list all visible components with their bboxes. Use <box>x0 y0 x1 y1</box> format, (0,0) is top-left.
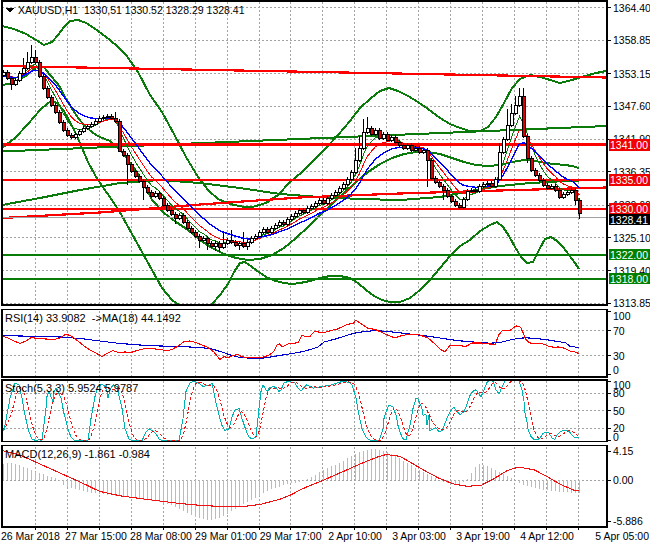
svg-text:4.15: 4.15 <box>613 445 634 457</box>
svg-text:1328.41: 1328.41 <box>610 214 648 226</box>
svg-text:3 Apr 19:00: 3 Apr 19:00 <box>456 530 510 542</box>
svg-text:100: 100 <box>613 310 631 322</box>
svg-text:Stoch(5,3,3) 5.9524 5.9787: Stoch(5,3,3) 5.9524 5.9787 <box>5 382 138 394</box>
svg-text:1322.00: 1322.00 <box>610 249 648 261</box>
svg-text:0: 0 <box>613 364 619 376</box>
svg-text:0: 0 <box>613 431 619 443</box>
svg-text:70: 70 <box>613 325 625 337</box>
svg-text:1335.00: 1335.00 <box>610 174 648 186</box>
svg-text:1353.15: 1353.15 <box>613 68 650 80</box>
svg-text:50: 50 <box>613 405 625 417</box>
svg-text:1318.00: 1318.00 <box>610 273 648 285</box>
svg-text:RSI(14) 33.9082 ->MA(18) 44.1: RSI(14) 33.9082 ->MA(18) 44.1492 <box>5 312 181 324</box>
svg-text:1347.60: 1347.60 <box>613 100 650 112</box>
svg-text:MACD(12,26,9) -1.861 -0.984: MACD(12,26,9) -1.861 -0.984 <box>5 448 150 460</box>
svg-text:29 Mar 01:00: 29 Mar 01:00 <box>195 530 257 542</box>
svg-text:3 Apr 03:00: 3 Apr 03:00 <box>392 530 446 542</box>
svg-text:30: 30 <box>613 350 625 362</box>
svg-text:0.00: 0.00 <box>613 474 634 486</box>
svg-text:XAUUSD,H1 1330,51 1330.52 132: XAUUSD,H1 1330,51 1330.52 1328.29 1328.4… <box>18 4 245 16</box>
svg-text:5 Apr 05:00: 5 Apr 05:00 <box>595 530 649 542</box>
svg-text:26 Mar 2018: 26 Mar 2018 <box>1 530 60 542</box>
svg-text:-5.886: -5.886 <box>613 515 643 527</box>
svg-text:1358.85: 1358.85 <box>613 34 650 46</box>
svg-text:1341.00: 1341.00 <box>610 139 648 151</box>
svg-text:1325.10: 1325.10 <box>613 232 650 244</box>
svg-text:4 Apr 12:00: 4 Apr 12:00 <box>520 530 574 542</box>
svg-text:1313.85: 1313.85 <box>613 297 650 309</box>
svg-text:29 Mar 17:00: 29 Mar 17:00 <box>260 530 322 542</box>
svg-text:80: 80 <box>613 387 625 399</box>
svg-text:28 Mar 08:00: 28 Mar 08:00 <box>130 530 192 542</box>
svg-text:27 Mar 15:00: 27 Mar 15:00 <box>65 530 127 542</box>
svg-text:1364.40: 1364.40 <box>613 2 650 14</box>
svg-text:2 Apr 10:00: 2 Apr 10:00 <box>328 530 382 542</box>
